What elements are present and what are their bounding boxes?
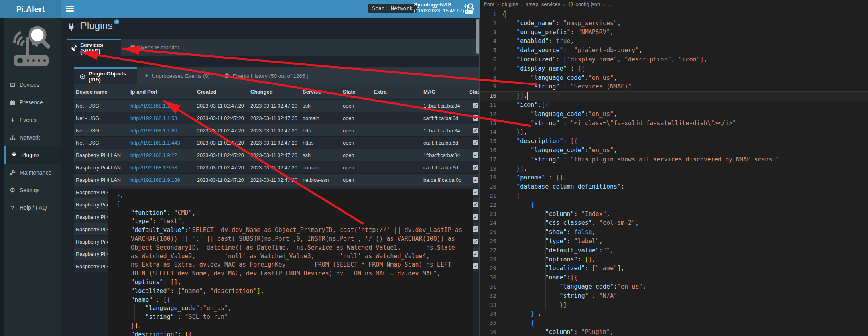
breadcrumb-item[interactable]: ... [608, 1, 612, 7]
globe-icon [130, 45, 136, 51]
cell-state: open [342, 112, 373, 124]
breadcrumb-item[interactable]: front [484, 1, 494, 7]
tab-services-nmap[interactable]: Services (NMAP) [67, 39, 121, 56]
line-number: 9 [480, 82, 496, 91]
status-checkbox[interactable]: ✓ [473, 214, 478, 220]
code-line: ns.Extra as Extra, dv.dev_MAC as Foreign… [116, 260, 451, 269]
tab-plugin-objects[interactable]: Plugin Objects (115) [74, 67, 137, 84]
line-number: 3 [480, 28, 496, 37]
sidebar-item-network[interactable]: Network [0, 129, 61, 146]
column-header-extra[interactable]: Extra [373, 84, 423, 100]
plug-icon [67, 23, 75, 35]
cell-created: 2023-03-11 02:47:20 [197, 112, 250, 124]
status-checkbox[interactable]: ✓ [473, 239, 478, 244]
host-timestamp: (11/03/2023, 15:46:07) [414, 8, 464, 14]
code-line: "display_name" : [{ [502, 64, 585, 73]
line-number: 20 [480, 182, 496, 191]
clock-icon [224, 73, 230, 79]
status-checkbox[interactable]: ✓ [473, 128, 478, 133]
status-checkbox[interactable]: ✓ [473, 251, 478, 257]
sidebar-item-devices[interactable]: Devices [0, 76, 61, 94]
cell-device-name: Raspberry Pi 4 LAN [74, 161, 130, 174]
status-checkbox[interactable]: ✓ [473, 177, 478, 183]
ip-port-link[interactable]: http://192.168.1.9:22 [130, 152, 177, 158]
tab-unprocessed-events[interactable]: Unprocessed Events (0) [137, 67, 217, 84]
status-checkbox[interactable]: ✓ [473, 140, 478, 145]
cell-ip-port: http://192.168.1.1:443 [130, 137, 197, 149]
column-header-state[interactable]: State [342, 84, 373, 100]
config-snippet-overlay: },{ "function": "CMD", "type": "text", "… [108, 189, 473, 336]
cell-extra [373, 100, 423, 112]
status-checkbox[interactable]: ✓ [473, 226, 478, 232]
status-checkbox[interactable]: ✓ [473, 115, 478, 121]
ip-port-link[interactable]: http://192.168.1.1:53 [130, 115, 177, 121]
sidebar-item-presence[interactable]: Presence [0, 94, 61, 111]
cell-changed: 2023-03-11 02:47:20 [250, 124, 302, 137]
column-header-mac[interactable]: MAC [423, 84, 468, 100]
column-header-dev[interactable]: Device name [74, 84, 130, 100]
line-number: 6 [480, 55, 496, 64]
plugin-tabs: Services (NMAP) Website monitor [67, 39, 480, 56]
column-header-ip[interactable]: Ip and Port [130, 84, 197, 100]
line-number: 36 [480, 328, 496, 336]
sidebar-item-help[interactable]: ? Help / FAQ [0, 199, 61, 216]
code-line: "icon":[{ [502, 100, 549, 109]
status-checkbox[interactable]: ✓ [473, 103, 478, 108]
cell-mac: 1f:ba:ff:ca:ba:34 [423, 149, 468, 161]
column-header-changed[interactable]: Changed [250, 84, 302, 100]
code-line: "string" : "Services (NMAP)" [502, 82, 632, 91]
sidebar-item-label: Events [20, 117, 37, 123]
status-checkbox[interactable]: ✓ [473, 165, 478, 170]
sidebar-item-plugins[interactable]: Plugins [4, 146, 61, 164]
cell-status: ✓ [468, 137, 480, 149]
scan-status-badge: Scan: Network [368, 4, 417, 13]
cell-ip-port: http://192.168.1.1:22 [130, 100, 197, 112]
column-header-created[interactable]: Created [197, 84, 250, 100]
breadcrumb-item[interactable]: config.json [575, 1, 600, 7]
line-number: 26 [480, 237, 496, 246]
line-number: 10 [480, 91, 496, 100]
tab-label: Website monitor [139, 44, 179, 51]
cell-mac: 1f:ba:ff:ca:ba:34 [423, 124, 468, 137]
column-header-status[interactable]: Status [468, 84, 480, 100]
breadcrumb: front› plugins› nmap_services› {} config… [484, 0, 612, 8]
status-checkbox[interactable]: ✓ [473, 202, 478, 207]
tab-events-history[interactable]: Events History (50 out of 1265 ) [217, 67, 316, 84]
code-line: "unique_prefix": "NMAPSRV", [502, 28, 614, 37]
line-number: 34 [480, 309, 496, 318]
column-header-service[interactable]: Service [302, 84, 342, 100]
cell-service: ssh [302, 149, 342, 161]
brand-logo[interactable]: Pi.Alert [0, 0, 61, 18]
help-badge[interactable]: ? [114, 19, 119, 24]
ip-port-link[interactable]: http://192.168.1.1:443 [130, 140, 180, 146]
cell-changed: 2023-03-11 02:47:20 [250, 174, 302, 186]
pialert-mini-logo-icon [463, 2, 475, 15]
sidebar-item-maintenance[interactable]: Maintenance [0, 164, 61, 181]
breadcrumb-item[interactable]: plugins [502, 1, 518, 7]
sidebar-item-events[interactable]: Events [0, 111, 61, 129]
vscode-editor[interactable]: front› plugins› nmap_services› {} config… [480, 0, 868, 336]
breadcrumb-item[interactable]: nmap_services [526, 1, 560, 7]
code-line: "code_name": "nmap_services", [502, 19, 621, 28]
line-number: 12 [480, 110, 496, 118]
line-number: 16 [480, 146, 496, 155]
sidebar-toggle-icon[interactable] [66, 6, 74, 12]
code-line: }] [502, 301, 567, 309]
status-checkbox[interactable]: ✓ [473, 263, 478, 269]
ip-port-link[interactable]: http://192.168.1.9:53 [130, 165, 177, 171]
line-number: 35 [480, 318, 496, 327]
cell-created: 2023-03-11 02:47:20 [197, 174, 250, 186]
ip-port-link[interactable]: http://192.168.1.1:22 [130, 103, 177, 109]
status-checkbox[interactable]: ✓ [473, 152, 478, 158]
cell-device-name: Net - USG [74, 124, 130, 137]
cell-state: open [342, 149, 373, 161]
tab-website-monitor[interactable]: Website monitor [124, 39, 186, 56]
code-line: "language_code":"en_us", [502, 146, 617, 155]
ip-port-link[interactable]: http://192.168.1.9:139 [130, 177, 180, 183]
status-checkbox[interactable]: ✓ [473, 189, 478, 195]
sidebar-item-settings[interactable]: ⚙ Settings [0, 181, 61, 199]
code-line: }, [116, 191, 124, 200]
ip-port-link[interactable]: http://192.168.1.1:80 [130, 128, 177, 134]
cell-created: 2023-03-11 02:47:20 [197, 100, 250, 112]
line-number: 1 [480, 10, 496, 18]
